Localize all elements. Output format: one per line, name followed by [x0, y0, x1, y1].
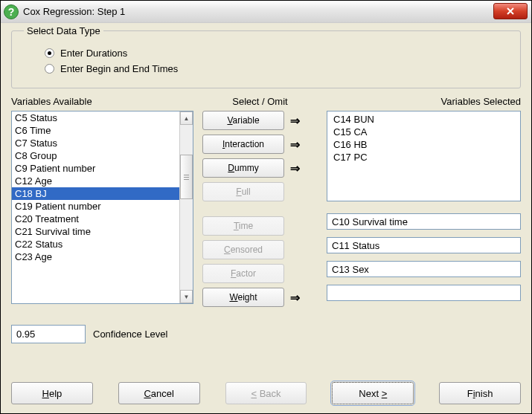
- scroll-down-button[interactable]: ▼: [180, 290, 193, 303]
- list-item[interactable]: C8 Group: [12, 149, 179, 162]
- back-button: < Back: [225, 382, 307, 404]
- list-item[interactable]: C6 Time: [12, 124, 179, 137]
- available-listbox-wrap: C5 StatusC6 TimeC7 StatusC8 GroupC9 Pati…: [11, 111, 193, 304]
- scroll-up-button[interactable]: ▲: [180, 111, 193, 125]
- time-button: Time: [202, 216, 284, 236]
- list-item[interactable]: C12 Age: [12, 175, 179, 187]
- confidence-row: Confidence Level: [11, 325, 521, 343]
- variable-button[interactable]: Variable: [202, 111, 284, 130]
- list-item[interactable]: C23 Age: [12, 250, 179, 263]
- list-item[interactable]: C22 Status: [12, 238, 179, 250]
- column-selected: Variables Selected C14 BUNC15 CAC16 HBC1…: [327, 96, 521, 311]
- help-button[interactable]: Help: [11, 382, 93, 404]
- window-title: Cox Regression: Step 1: [23, 6, 125, 17]
- button-bar: Help Cancel < Back Next > Finish: [11, 382, 521, 404]
- available-label: Variables Available: [11, 96, 193, 109]
- scrollbar[interactable]: ▲ ▼: [179, 111, 193, 303]
- radio-enter-durations[interactable]: Enter Durations: [45, 48, 513, 59]
- finish-button[interactable]: Finish: [439, 382, 521, 404]
- list-item[interactable]: C21 Survival time: [12, 225, 179, 238]
- next-button[interactable]: Next >: [332, 382, 414, 404]
- dialog-window: ? Cox Regression: Step 1 Select Data Typ…: [0, 0, 532, 414]
- weight-field[interactable]: [327, 285, 521, 301]
- arrow-icon: ⇒: [287, 114, 302, 128]
- confidence-label: Confidence Level: [93, 329, 167, 340]
- data-type-group: Select Data Type Enter Durations Enter B…: [11, 30, 521, 88]
- available-listbox[interactable]: C5 StatusC6 TimeC7 StatusC8 GroupC9 Pati…: [12, 111, 179, 303]
- main-area: Variables Available C5 StatusC6 TimeC7 S…: [11, 96, 521, 311]
- list-item[interactable]: C15 CA: [330, 126, 517, 138]
- list-item[interactable]: C20 Treatment: [12, 213, 179, 225]
- list-item[interactable]: C18 BJ: [12, 187, 179, 200]
- selected-label: Variables Selected: [327, 96, 521, 109]
- radio-label: Enter Durations: [60, 48, 127, 59]
- help-icon: ?: [4, 4, 19, 19]
- column-available: Variables Available C5 StatusC6 TimeC7 S…: [11, 96, 193, 311]
- scroll-track[interactable]: [180, 125, 193, 290]
- time-field[interactable]: [327, 213, 521, 230]
- interaction-button[interactable]: Interaction: [202, 135, 284, 154]
- full-button: Full: [202, 182, 284, 201]
- selected-listbox[interactable]: C14 BUNC15 CAC16 HBC17 PC: [327, 111, 521, 201]
- list-item[interactable]: C5 Status: [12, 111, 179, 124]
- censored-field[interactable]: [327, 237, 521, 253]
- column-middle: Select / Omit Variable ⇒ Interaction ⇒ D…: [202, 96, 318, 311]
- close-button[interactable]: [493, 3, 528, 19]
- scroll-thumb[interactable]: [180, 155, 193, 199]
- radio-enter-begin-end[interactable]: Enter Begin and End Times: [45, 63, 513, 74]
- confidence-input[interactable]: [11, 325, 86, 343]
- arrow-icon: ⇒: [287, 291, 302, 305]
- factor-button: Factor: [202, 264, 284, 283]
- list-item[interactable]: C14 BUN: [330, 113, 517, 126]
- radio-icon: [45, 48, 54, 58]
- radio-label: Enter Begin and End Times: [60, 63, 178, 74]
- weight-button[interactable]: Weight: [202, 288, 284, 307]
- select-omit-label: Select / Omit: [202, 96, 318, 109]
- censored-button: Censored: [202, 240, 284, 259]
- list-item[interactable]: C19 Patient number: [12, 200, 179, 213]
- arrow-icon: ⇒: [287, 138, 302, 152]
- titlebar: ? Cox Regression: Step 1: [1, 1, 531, 23]
- list-item[interactable]: C9 Patient number: [12, 162, 179, 175]
- list-item[interactable]: C16 HB: [330, 138, 517, 151]
- content-area: Select Data Type Enter Durations Enter B…: [1, 23, 531, 351]
- list-item[interactable]: C17 PC: [330, 151, 517, 164]
- cancel-button[interactable]: Cancel: [118, 382, 200, 404]
- dummy-button[interactable]: Dummy: [202, 158, 284, 178]
- arrow-icon: ⇒: [287, 161, 302, 175]
- radio-icon: [45, 64, 54, 74]
- close-icon: [506, 7, 515, 16]
- data-type-group-label: Select Data Type: [24, 25, 103, 36]
- factor-field[interactable]: [327, 261, 521, 277]
- list-item[interactable]: C7 Status: [12, 137, 179, 149]
